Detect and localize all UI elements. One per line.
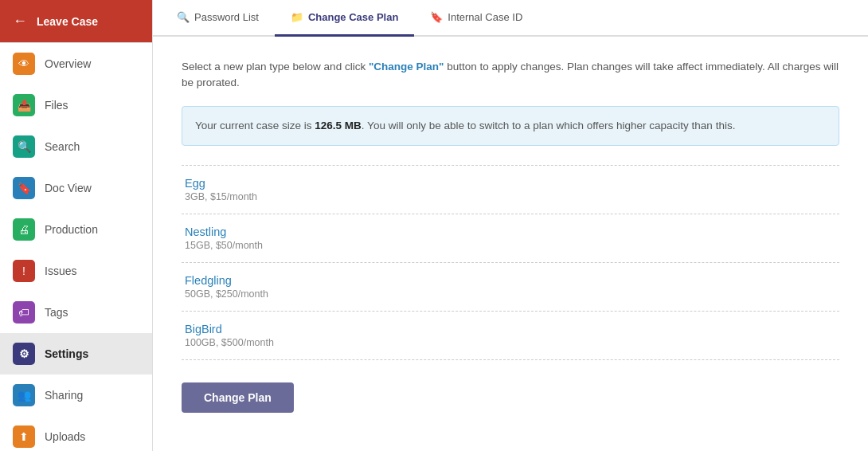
- settings-icon: ⚙: [13, 343, 35, 365]
- sidebar-label-files: Files: [45, 99, 68, 112]
- tab-label-change-case-plan: Change Case Plan: [308, 11, 398, 23]
- tabs-bar: 🔍Password List📁Change Case Plan🔖Internal…: [153, 0, 868, 37]
- sidebar-item-overview[interactable]: 👁 Overview: [0, 43, 152, 84]
- sidebar-item-tags[interactable]: 🏷 Tags: [0, 292, 152, 333]
- sidebar-item-production[interactable]: 🖨 Production: [0, 209, 152, 250]
- sidebar-label-sharing: Sharing: [45, 389, 83, 402]
- sidebar-label-settings: Settings: [45, 347, 88, 360]
- plan-detail-egg: 3GB, $15/month: [185, 191, 836, 202]
- sidebar-label-search: Search: [45, 140, 80, 153]
- search-icon: 🔍: [13, 135, 35, 158]
- plan-name-nestling: Nestling: [185, 226, 836, 238]
- case-size: 126.5 MB: [315, 120, 362, 131]
- sidebar-label-doc-view: Doc View: [45, 182, 92, 194]
- sidebar-label-overview: Overview: [45, 57, 91, 70]
- tab-password-list[interactable]: 🔍Password List: [161, 0, 275, 37]
- plan-item-fledgling[interactable]: Fledgling 50GB, $250/month: [182, 263, 839, 312]
- tab-internal-case-id[interactable]: 🔖Internal Case ID: [414, 0, 538, 37]
- sidebar-label-tags: Tags: [45, 306, 68, 319]
- sidebar-item-sharing[interactable]: 👥 Sharing: [0, 375, 152, 416]
- plan-name-bigbird: BigBird: [185, 323, 836, 335]
- tab-label-password-list: Password List: [194, 11, 259, 23]
- description-text: Select a new plan type below and click "…: [182, 59, 839, 92]
- tags-icon: 🏷: [13, 301, 35, 324]
- plan-name-egg: Egg: [185, 177, 836, 190]
- tab-icon-internal-case-id: 🔖: [430, 11, 443, 23]
- tab-icon-change-case-plan: 📁: [291, 11, 303, 23]
- sidebar-item-files[interactable]: 📤 Files: [0, 84, 152, 126]
- info-box: Your current case size is 126.5 MB. You …: [182, 106, 839, 146]
- sidebar-item-doc-view[interactable]: 🔖 Doc View: [0, 167, 152, 209]
- leave-case-label: Leave Case: [37, 15, 98, 28]
- plan-item-egg[interactable]: Egg 3GB, $15/month: [182, 165, 839, 214]
- sidebar-item-uploads[interactable]: ⬆ Uploads: [0, 416, 152, 451]
- sidebar-item-search[interactable]: 🔍 Search: [0, 126, 152, 167]
- tab-icon-password-list: 🔍: [177, 11, 190, 23]
- sharing-icon: 👥: [13, 384, 35, 406]
- sidebar-item-settings[interactable]: ⚙ Settings: [0, 333, 152, 375]
- plan-detail-nestling: 15GB, $50/month: [185, 240, 836, 251]
- plan-detail-fledgling: 50GB, $250/month: [185, 288, 836, 300]
- overview-icon: 👁: [13, 53, 35, 75]
- content-area: Select a new plan type below and click "…: [153, 37, 868, 451]
- plan-name-fledgling: Fledgling: [185, 274, 836, 287]
- production-icon: 🖨: [13, 218, 35, 241]
- plan-detail-bigbird: 100GB, $500/month: [185, 337, 836, 348]
- leave-case-item[interactable]: ← Leave Case: [0, 0, 152, 43]
- sidebar-label-issues: Issues: [45, 265, 76, 277]
- sidebar-label-uploads: Uploads: [45, 430, 85, 443]
- issues-icon: !: [13, 260, 35, 282]
- sidebar-items: 👁 Overview 📤 Files 🔍 Search 🔖 Doc View 🖨…: [0, 43, 152, 451]
- sidebar-label-production: Production: [45, 223, 98, 236]
- sidebar: ← Leave Case 👁 Overview 📤 Files 🔍 Search…: [0, 0, 153, 451]
- tab-change-case-plan[interactable]: 📁Change Case Plan: [275, 0, 414, 37]
- change-plan-button[interactable]: Change Plan: [182, 382, 294, 413]
- files-icon: 📤: [13, 94, 35, 116]
- uploads-icon: ⬆: [13, 426, 35, 448]
- leave-case-icon: ←: [13, 13, 27, 29]
- change-plan-highlight: "Change Plan": [369, 61, 444, 73]
- plan-list: Egg 3GB, $15/month Nestling 15GB, $50/mo…: [182, 165, 839, 360]
- main-content: 🔍Password List📁Change Case Plan🔖Internal…: [153, 0, 868, 451]
- tab-label-internal-case-id: Internal Case ID: [448, 11, 522, 23]
- doc-view-icon: 🔖: [13, 177, 35, 199]
- plan-item-bigbird[interactable]: BigBird 100GB, $500/month: [182, 312, 839, 360]
- sidebar-item-issues[interactable]: ! Issues: [0, 250, 152, 292]
- plan-item-nestling[interactable]: Nestling 15GB, $50/month: [182, 214, 839, 263]
